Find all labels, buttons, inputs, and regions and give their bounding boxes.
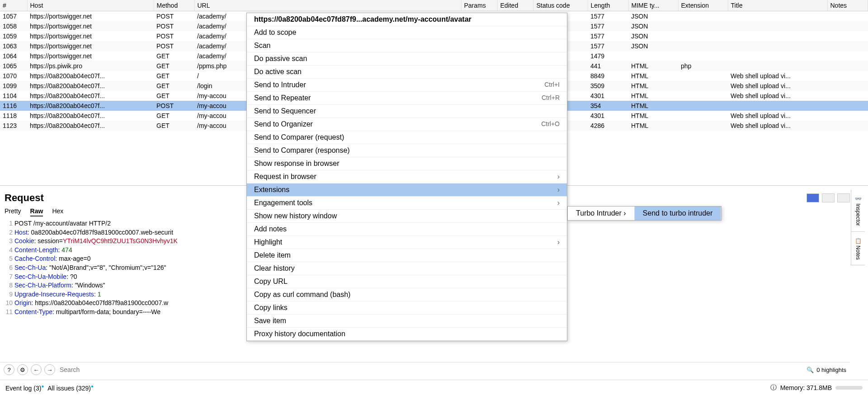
- column-header[interactable]: Method: [154, 0, 194, 11]
- context-menu-item[interactable]: Show response in browser: [247, 157, 567, 170]
- all-issues-link[interactable]: All issues (329)●: [47, 384, 94, 392]
- event-log-link[interactable]: Event log (3)●: [5, 384, 44, 392]
- search-bar: ? ⚙ ← → 🔍 0 highlights: [0, 362, 850, 377]
- column-header[interactable]: Host: [27, 0, 154, 11]
- context-menu-item[interactable]: Add notes: [247, 223, 567, 236]
- column-header[interactable]: Status code: [533, 0, 588, 11]
- context-menu-item[interactable]: Scan: [247, 39, 567, 52]
- inspector-tab[interactable]: 👓 Inspector: [851, 190, 865, 232]
- column-header[interactable]: MIME ty...: [628, 0, 678, 11]
- tab-pretty[interactable]: Pretty: [5, 207, 21, 216]
- arrow-right-icon[interactable]: →: [44, 364, 55, 375]
- column-header[interactable]: Params: [461, 0, 497, 11]
- status-bar: Event log (3)● All issues (329)● ⓘ Memor…: [0, 380, 868, 395]
- context-menu-item[interactable]: Send to IntruderCtrl+I: [247, 79, 567, 92]
- context-menu-item[interactable]: Add to scope: [247, 26, 567, 39]
- column-header[interactable]: #: [0, 0, 27, 11]
- context-menu-item[interactable]: Send to OrganizerCtrl+O: [247, 118, 567, 131]
- context-menu-item[interactable]: Copy links: [247, 301, 567, 315]
- layout-combined-icon[interactable]: [837, 193, 850, 202]
- layout-columns-icon[interactable]: [807, 193, 819, 202]
- context-menu-item[interactable]: Save item: [247, 315, 567, 328]
- column-header[interactable]: URL: [194, 0, 461, 11]
- context-menu-item[interactable]: Do passive scan: [247, 52, 567, 66]
- submenu-item[interactable]: Turbo Intruder ›: [568, 207, 635, 220]
- column-header[interactable]: Title: [728, 0, 827, 11]
- layout-toggle: [807, 193, 850, 202]
- context-menu-item[interactable]: Do active scan: [247, 66, 567, 79]
- context-menu-item[interactable]: Engagement tools›: [247, 197, 567, 210]
- extensions-submenu: Turbo Intruder ›Send to turbo intruder: [567, 206, 722, 221]
- info-icon[interactable]: ⓘ: [770, 384, 777, 392]
- gear-icon[interactable]: ⚙: [17, 364, 28, 375]
- context-menu-item[interactable]: Copy URL: [247, 275, 567, 288]
- context-menu-item[interactable]: Show new history window: [247, 210, 567, 223]
- context-menu-item[interactable]: Highlight›: [247, 236, 567, 249]
- column-header[interactable]: Notes: [827, 0, 868, 11]
- context-menu-header: https://0a8200ab04ec07fd87f9...academy.n…: [247, 13, 567, 26]
- context-menu-item[interactable]: Clear history: [247, 262, 567, 275]
- context-menu-item[interactable]: Request in browser›: [247, 170, 567, 183]
- memory-label: Memory: 371.8MB: [780, 384, 832, 391]
- context-menu-item[interactable]: Send to RepeaterCtrl+R: [247, 92, 567, 105]
- help-icon[interactable]: ?: [4, 364, 14, 375]
- column-header[interactable]: Edited: [497, 0, 533, 11]
- context-menu-item[interactable]: Proxy history documentation: [247, 328, 567, 341]
- arrow-left-icon[interactable]: ←: [31, 364, 42, 375]
- context-menu-item[interactable]: Extensions›: [247, 183, 567, 197]
- tab-raw[interactable]: Raw: [30, 207, 43, 216]
- context-menu-item[interactable]: Send to Sequencer: [247, 105, 567, 118]
- layout-rows-icon[interactable]: [822, 193, 835, 202]
- context-menu-item[interactable]: Send to Comparer (request): [247, 131, 567, 144]
- column-header[interactable]: Length: [588, 0, 628, 11]
- highlights-count: 0 highlights: [816, 367, 846, 373]
- search-icon[interactable]: 🔍: [807, 367, 814, 373]
- context-menu-item[interactable]: Send to Comparer (response): [247, 144, 567, 157]
- context-menu-item[interactable]: Delete item: [247, 249, 567, 262]
- submenu-item[interactable]: Send to turbo intruder: [635, 207, 722, 220]
- context-menu: https://0a8200ab04ec07fd87f9...academy.n…: [246, 13, 567, 341]
- search-input[interactable]: [58, 364, 804, 375]
- context-menu-item[interactable]: Copy as curl command (bash): [247, 288, 567, 301]
- tab-hex[interactable]: Hex: [52, 207, 63, 216]
- memory-progress: [835, 386, 863, 390]
- column-header[interactable]: Extension: [678, 0, 728, 11]
- notes-tab[interactable]: 📋 Notes: [851, 232, 865, 266]
